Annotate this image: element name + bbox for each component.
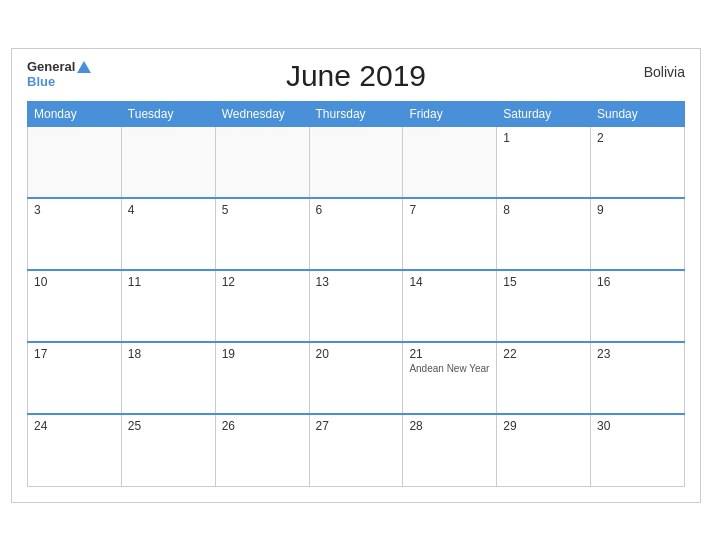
day-number: 12 — [222, 275, 303, 289]
country-label: Bolivia — [644, 64, 685, 80]
calendar-day-cell: 15 — [497, 270, 591, 342]
day-number: 14 — [409, 275, 490, 289]
calendar-day-cell: 16 — [591, 270, 685, 342]
calendar-day-cell: 10 — [28, 270, 122, 342]
calendar-day-cell: 6 — [309, 198, 403, 270]
day-number: 22 — [503, 347, 584, 361]
day-number: 1 — [503, 131, 584, 145]
calendar-day-cell: 1 — [497, 126, 591, 198]
weekday-header-row: Monday Tuesday Wednesday Thursday Friday… — [28, 101, 685, 126]
day-number: 3 — [34, 203, 115, 217]
calendar-day-cell: 20 — [309, 342, 403, 414]
calendar-day-cell: 24 — [28, 414, 122, 486]
day-number: 4 — [128, 203, 209, 217]
calendar-day-cell: 7 — [403, 198, 497, 270]
calendar-week-row: 24252627282930 — [28, 414, 685, 486]
day-number: 18 — [128, 347, 209, 361]
calendar-day-cell — [28, 126, 122, 198]
day-number: 5 — [222, 203, 303, 217]
logo-blue: Blue — [27, 74, 55, 89]
calendar-day-cell: 13 — [309, 270, 403, 342]
day-number: 11 — [128, 275, 209, 289]
header-monday: Monday — [28, 101, 122, 126]
calendar-day-cell: 26 — [215, 414, 309, 486]
logo-triangle-icon — [77, 61, 91, 73]
calendar: General Blue June 2019 Bolivia Monday Tu… — [11, 48, 701, 503]
day-number: 21 — [409, 347, 490, 361]
calendar-day-cell: 23 — [591, 342, 685, 414]
day-number: 30 — [597, 419, 678, 433]
calendar-day-cell: 4 — [121, 198, 215, 270]
header-thursday: Thursday — [309, 101, 403, 126]
day-number: 24 — [34, 419, 115, 433]
calendar-day-cell: 11 — [121, 270, 215, 342]
day-number: 16 — [597, 275, 678, 289]
calendar-day-cell: 25 — [121, 414, 215, 486]
day-number: 19 — [222, 347, 303, 361]
header-sunday: Sunday — [591, 101, 685, 126]
calendar-title: June 2019 — [286, 59, 426, 93]
calendar-day-cell: 22 — [497, 342, 591, 414]
calendar-day-cell: 14 — [403, 270, 497, 342]
calendar-day-cell: 19 — [215, 342, 309, 414]
day-number: 2 — [597, 131, 678, 145]
calendar-day-cell — [309, 126, 403, 198]
calendar-day-cell: 12 — [215, 270, 309, 342]
calendar-day-cell: 2 — [591, 126, 685, 198]
day-number: 23 — [597, 347, 678, 361]
calendar-day-cell: 21Andean New Year — [403, 342, 497, 414]
calendar-day-cell: 17 — [28, 342, 122, 414]
calendar-day-cell — [121, 126, 215, 198]
event-label: Andean New Year — [409, 363, 490, 374]
calendar-week-row: 10111213141516 — [28, 270, 685, 342]
day-number: 29 — [503, 419, 584, 433]
calendar-day-cell: 29 — [497, 414, 591, 486]
day-number: 25 — [128, 419, 209, 433]
calendar-table: Monday Tuesday Wednesday Thursday Friday… — [27, 101, 685, 487]
day-number: 13 — [316, 275, 397, 289]
header-saturday: Saturday — [497, 101, 591, 126]
calendar-week-row: 1718192021Andean New Year2223 — [28, 342, 685, 414]
day-number: 27 — [316, 419, 397, 433]
calendar-day-cell: 28 — [403, 414, 497, 486]
calendar-day-cell: 5 — [215, 198, 309, 270]
day-number: 9 — [597, 203, 678, 217]
day-number: 28 — [409, 419, 490, 433]
calendar-day-cell — [215, 126, 309, 198]
calendar-day-cell: 8 — [497, 198, 591, 270]
day-number: 10 — [34, 275, 115, 289]
calendar-day-cell: 18 — [121, 342, 215, 414]
day-number: 6 — [316, 203, 397, 217]
day-number: 17 — [34, 347, 115, 361]
day-number: 26 — [222, 419, 303, 433]
day-number: 7 — [409, 203, 490, 217]
day-number: 8 — [503, 203, 584, 217]
calendar-day-cell: 9 — [591, 198, 685, 270]
logo: General Blue — [27, 59, 91, 90]
header-tuesday: Tuesday — [121, 101, 215, 126]
calendar-week-row: 12 — [28, 126, 685, 198]
day-number: 20 — [316, 347, 397, 361]
calendar-day-cell: 27 — [309, 414, 403, 486]
logo-general: General — [27, 59, 75, 74]
calendar-day-cell: 3 — [28, 198, 122, 270]
calendar-day-cell — [403, 126, 497, 198]
header-friday: Friday — [403, 101, 497, 126]
header-wednesday: Wednesday — [215, 101, 309, 126]
day-number: 15 — [503, 275, 584, 289]
calendar-header: General Blue June 2019 Bolivia — [27, 59, 685, 93]
calendar-day-cell: 30 — [591, 414, 685, 486]
calendar-week-row: 3456789 — [28, 198, 685, 270]
